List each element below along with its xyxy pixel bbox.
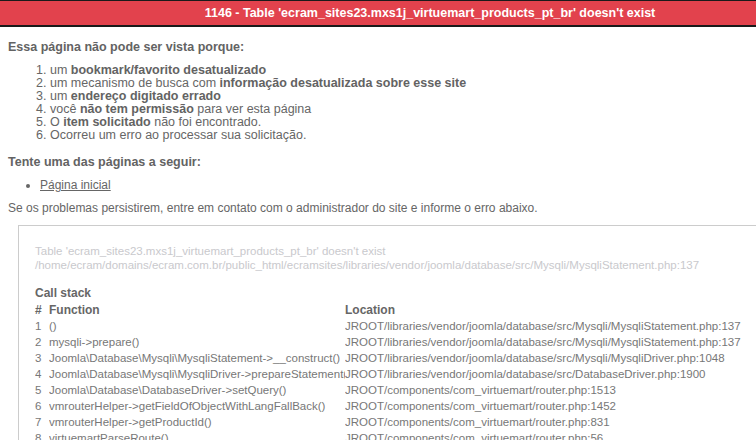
stack-function: virtuemartParseRoute(): [49, 430, 345, 440]
reasons-list: um bookmark/favorito desatualizado um me…: [8, 64, 756, 142]
stack-function: vmrouterHelper->getFieldOfObjectWithLang…: [49, 398, 345, 414]
error-file-path: /home/ecram/domains/ecram.com.br/public_…: [35, 259, 756, 273]
error-page: 1146 - Table 'ecram_sites23.mxs1j_virtue…: [0, 0, 756, 440]
suggestion-item: Página inicial: [40, 179, 756, 192]
page-content: Essa página não pode ser vista porque: u…: [8, 40, 756, 440]
callstack-row: 4 Joomla\Database\Mysqli\MysqliDriver->p…: [35, 366, 756, 382]
callstack-row: 7 vmrouterHelper->getProductId() JROOT/c…: [35, 414, 756, 430]
stack-num: 5: [35, 382, 49, 398]
callstack-header-row: # Function Location: [35, 302, 756, 318]
stack-function: Joomla\Database\Mysqli\MysqliDriver->pre…: [49, 366, 345, 382]
stack-function: Joomla\Database\Mysqli\MysqliStatement->…: [49, 350, 345, 366]
callstack-row: 2 mysqli->prepare() JROOT/libraries/vend…: [35, 334, 756, 350]
stack-num: 3: [35, 350, 49, 366]
stack-location: JROOT/components/com_virtuemart/router.p…: [345, 398, 756, 414]
error-message: Table 'ecram_sites23.mxs1j_virtuemart_pr…: [35, 245, 756, 259]
reason-item: Ocorreu um erro ao processar sua solicit…: [50, 129, 756, 142]
stack-function: (): [49, 318, 345, 334]
home-page-link[interactable]: Página inicial: [40, 178, 111, 192]
callstack-row: 1 () JROOT/libraries/vendor/joomla/datab…: [35, 318, 756, 334]
column-header-location: Location: [345, 302, 756, 318]
stack-num: 1: [35, 318, 49, 334]
callstack-row: 3 Joomla\Database\Mysqli\MysqliStatement…: [35, 350, 756, 366]
error-banner-text: 1146 - Table 'ecram_sites23.mxs1j_virtue…: [205, 6, 656, 20]
error-details-box: Table 'ecram_sites23.mxs1j_virtuemart_pr…: [18, 225, 756, 440]
reasons-heading: Essa página não pode ser vista porque:: [8, 40, 756, 54]
column-header-num: #: [35, 302, 49, 318]
stack-function: mysqli->prepare(): [49, 334, 345, 350]
stack-num: 8: [35, 430, 49, 440]
callstack-row: 8 virtuemartParseRoute() JROOT/component…: [35, 430, 756, 440]
stack-function: Joomla\Database\DatabaseDriver->setQuery…: [49, 382, 345, 398]
stack-location: JROOT/libraries/vendor/joomla/database/s…: [345, 366, 756, 382]
stack-location: JROOT/components/com_virtuemart/router.p…: [345, 414, 756, 430]
stack-location: JROOT/libraries/vendor/joomla/database/s…: [345, 350, 756, 366]
callstack-heading: Call stack: [35, 287, 756, 300]
callstack-row: 5 Joomla\Database\DatabaseDriver->setQue…: [35, 382, 756, 398]
error-details-message-block: Table 'ecram_sites23.mxs1j_virtuemart_pr…: [35, 245, 756, 272]
error-banner: 1146 - Table 'ecram_sites23.mxs1j_virtue…: [0, 0, 756, 27]
stack-location: JROOT/libraries/vendor/joomla/database/s…: [345, 318, 756, 334]
callstack-row: 6 vmrouterHelper->getFieldOfObjectWithLa…: [35, 398, 756, 414]
stack-num: 4: [35, 366, 49, 382]
stack-location: JROOT/components/com_virtuemart/router.p…: [345, 430, 756, 440]
suggestions-heading: Tente uma das páginas a seguir:: [8, 155, 756, 169]
suggestions-list: Página inicial: [8, 179, 756, 192]
stack-function: vmrouterHelper->getProductId(): [49, 414, 345, 430]
stack-location: JROOT/libraries/vendor/joomla/database/s…: [345, 334, 756, 350]
contact-admin-note: Se os problemas persistirem, entre em co…: [8, 202, 756, 215]
stack-num: 7: [35, 414, 49, 430]
stack-num: 6: [35, 398, 49, 414]
stack-location: JROOT/components/com_virtuemart/router.p…: [345, 382, 756, 398]
column-header-function: Function: [49, 302, 345, 318]
stack-num: 2: [35, 334, 49, 350]
callstack-table: # Function Location 1 () JROOT/libraries…: [35, 302, 756, 440]
